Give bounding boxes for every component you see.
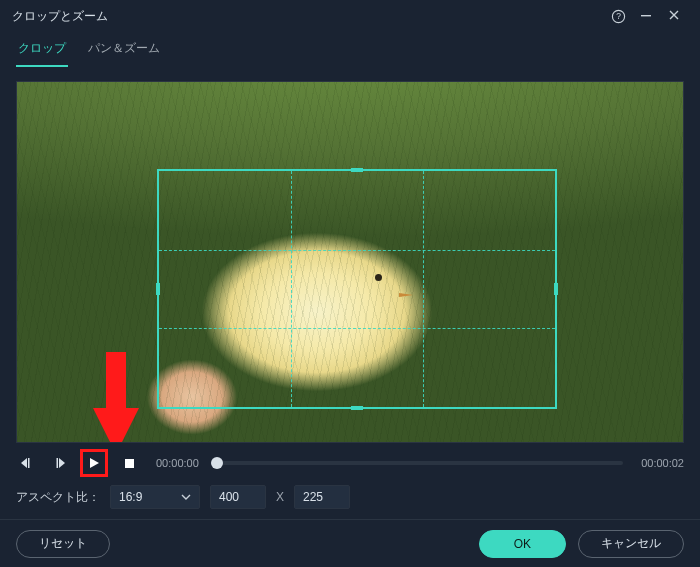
crop-height-value: 225 (303, 490, 323, 504)
annotation-highlight (80, 449, 108, 477)
minimize-button[interactable] (632, 9, 660, 24)
crop-handle-br[interactable] (543, 395, 557, 409)
scrubber-handle[interactable] (211, 457, 223, 469)
crop-handle-tl[interactable] (157, 169, 171, 183)
window-title: クロップとズーム (12, 8, 604, 25)
reset-button[interactable]: リセット (16, 530, 110, 558)
aspect-row: アスペクト比： 16:9 400 X 225 (0, 475, 700, 509)
svg-rect-2 (641, 15, 651, 16)
crop-height-input[interactable]: 225 (294, 485, 350, 509)
crop-handle-r[interactable] (554, 283, 558, 295)
ok-button[interactable]: OK (479, 530, 566, 558)
cancel-button[interactable]: キャンセル (578, 530, 684, 558)
chevron-down-icon (181, 494, 191, 500)
aspect-label: アスペクト比： (16, 489, 100, 506)
play-button[interactable] (85, 452, 103, 474)
crop-handle-t[interactable] (351, 168, 363, 172)
preview-area[interactable] (16, 81, 684, 443)
crop-width-value: 400 (219, 490, 239, 504)
crop-handle-tr[interactable] (543, 169, 557, 183)
aspect-ratio-value: 16:9 (119, 490, 142, 504)
crop-handle-bl[interactable] (157, 395, 171, 409)
dimension-separator: X (276, 490, 284, 504)
crop-handle-b[interactable] (351, 406, 363, 410)
crop-width-input[interactable]: 400 (210, 485, 266, 509)
playback-controls: 00:00:00 00:00:02 (0, 443, 700, 475)
aspect-ratio-select[interactable]: 16:9 (110, 485, 200, 509)
svg-rect-4 (57, 458, 59, 468)
help-icon[interactable]: ? (604, 9, 632, 24)
svg-text:?: ? (616, 11, 621, 21)
timeline-scrubber[interactable] (217, 461, 623, 465)
close-button[interactable] (660, 9, 688, 24)
crop-rectangle[interactable] (157, 169, 557, 409)
stop-button[interactable] (118, 452, 140, 474)
titlebar: クロップとズーム ? (0, 0, 700, 32)
svg-rect-5 (125, 459, 134, 468)
svg-rect-3 (28, 458, 30, 468)
crop-handle-l[interactable] (156, 283, 160, 295)
tab-crop[interactable]: クロップ (16, 36, 68, 67)
footer: リセット OK キャンセル (0, 519, 700, 567)
time-current: 00:00:00 (156, 457, 199, 469)
prev-frame-button[interactable] (16, 452, 38, 474)
next-frame-button[interactable] (48, 452, 70, 474)
time-total: 00:00:02 (641, 457, 684, 469)
tab-pan-zoom[interactable]: パン＆ズーム (86, 36, 162, 67)
tabs: クロップ パン＆ズーム (0, 32, 700, 67)
